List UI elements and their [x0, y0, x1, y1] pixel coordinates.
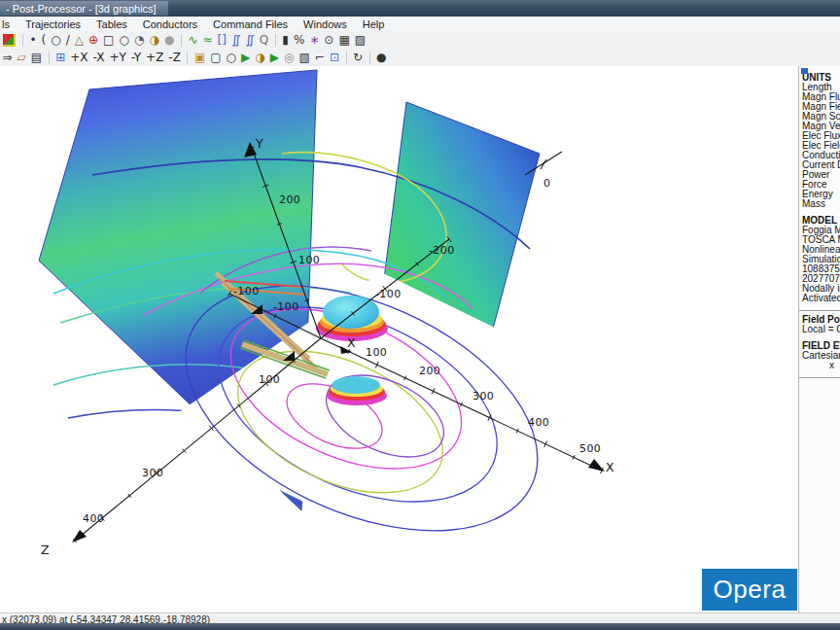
toolbar-separator [369, 52, 370, 64]
opera-logo: Opera [702, 569, 797, 611]
tick-label: 200 [419, 365, 440, 377]
side-panel: UNITS LengthMagn Flux DMagn FieldMagn Sc… [798, 66, 840, 612]
tick-label: 400 [83, 512, 104, 525]
window-title: - Post-Processor - [3d graphics] [0, 1, 168, 16]
cube-wire-icon[interactable]: ▢ [208, 50, 224, 65]
viewport-3d[interactable]: Y 200 100 -100 -100 X 100 200 300 400 50… [0, 66, 797, 612]
tick-label: 200 [279, 193, 300, 206]
toolbar-separator [346, 52, 347, 64]
patch-icon[interactable]: △ [72, 32, 86, 48]
trajectory-icon[interactable]: ∿ [186, 32, 200, 48]
toolbar-separator [22, 34, 23, 47]
tick-label: 400 [528, 416, 549, 429]
menu-item[interactable]: Help [355, 18, 393, 30]
sphere-gray-icon[interactable]: ● [161, 32, 176, 48]
star-icon[interactable]: ∗ [307, 32, 322, 48]
histogram-icon[interactable]: ▮ [280, 32, 292, 48]
arc-icon[interactable]: ( [39, 32, 49, 48]
square-icon[interactable]: □ [101, 32, 117, 48]
panel-divider [799, 377, 840, 378]
tick-label: 500 [579, 442, 601, 455]
surface-integral-icon[interactable]: ∬ [228, 32, 242, 48]
view-minus-y-button[interactable]: -Y [128, 50, 143, 65]
view-minus-x-button[interactable]: -X [90, 50, 107, 65]
view-plus-z-button[interactable]: +Z [144, 50, 166, 65]
panel-marker-icon [801, 68, 808, 74]
ellipse-icon[interactable]: ○ [117, 32, 131, 48]
tick-label: -100 [273, 300, 299, 313]
search-magnifier-icon[interactable]: Q [257, 32, 270, 48]
menu-item[interactable]: Command Files [205, 18, 296, 30]
contrast-icon[interactable]: ◑ [253, 50, 267, 65]
tick-label: -100 [233, 285, 260, 298]
graph-chart-icon[interactable]: ▨ [352, 32, 368, 48]
point-icon[interactable]: • [27, 32, 39, 48]
z-axis-arrow [72, 530, 87, 542]
menu-item[interactable]: ls [0, 18, 18, 30]
trajectory2-icon[interactable]: ≈ [200, 32, 215, 48]
tick-label: 100 [298, 254, 320, 266]
toolbar-row-1: •(○/△⊕□○◔◑● ∿≈[]∬∬Q ▮%∗⊙▦▨ [0, 31, 840, 50]
panel-divider [799, 310, 840, 311]
tick-label: 300 [472, 390, 494, 402]
tick-label: 300 [142, 467, 163, 479]
panel-line: Local = Glob [799, 325, 840, 334]
menu-item[interactable]: Trajectories [18, 18, 88, 30]
contrast-circle-icon[interactable]: ◑ [147, 32, 161, 48]
sphere-red-icon[interactable]: ⊕ [87, 32, 101, 48]
window-blue-icon[interactable]: ⊡ [327, 50, 341, 65]
view-plus-x-button[interactable]: +X [68, 50, 90, 65]
panel-line: Activated in [799, 294, 840, 303]
marker-dot-icon[interactable]: ● [374, 50, 389, 65]
tick-label: -200 [429, 244, 455, 257]
percent-icon[interactable]: % [291, 32, 306, 48]
redo-arrow-icon[interactable]: ⇒ [0, 50, 15, 65]
menu-item[interactable]: Conductors [135, 18, 205, 30]
rotate-icon[interactable]: ↻ [351, 50, 366, 65]
viewport-area: Y 200 100 -100 -100 X 100 200 300 400 50… [0, 66, 797, 612]
title-bar[interactable]: - Post-Processor - [3d graphics] [0, 0, 840, 17]
axis-label-y: Y [255, 136, 263, 151]
view-plus-y-button[interactable]: +Y [107, 50, 128, 65]
toolbar-row-2: ⇒▱▤ ⊞+X-X+Y-Y+Z-Z ▣▢○▶◑▶◎▧⌐⊡ ↻ ● [0, 49, 840, 67]
line-icon[interactable]: / [63, 32, 72, 48]
window-bottom-edge [0, 623, 840, 630]
panel-line: Mass [799, 199, 840, 209]
line-integral-icon[interactable]: ∬ [243, 32, 257, 48]
view-all-icon[interactable]: ⊞ [53, 50, 68, 65]
eraser-icon[interactable]: ▱ [15, 50, 28, 65]
tick-label: 100 [366, 346, 387, 359]
document-icon[interactable]: ▤ [28, 50, 44, 65]
axis-label-x-origin: X [347, 335, 356, 350]
status-bar: x (32073.09) at (-54.34347,28.41569,-18.… [0, 612, 840, 623]
display-colors-icon[interactable] [3, 34, 16, 47]
tick-label: 100 [259, 373, 280, 386]
x-axis-arrow [588, 459, 605, 472]
table-grid-icon[interactable]: ▦ [336, 32, 352, 48]
toolbar-separator [181, 34, 182, 47]
target-icon[interactable]: ◎ [282, 50, 297, 65]
menu-bar: lsTrajectoriesTablesConductorsCommand Fi… [0, 17, 840, 32]
cube-solid-icon[interactable]: ▣ [192, 50, 207, 65]
clock-icon[interactable]: ⊙ [322, 32, 336, 48]
toolbar-separator [187, 52, 188, 64]
circle-icon[interactable]: ○ [49, 32, 63, 48]
menu-item[interactable]: Windows [296, 18, 355, 30]
clock-quadrant-icon[interactable]: ◔ [131, 32, 146, 48]
axis-label-z: Z [41, 542, 50, 557]
corner-zoom-icon[interactable]: ⌐ [312, 50, 327, 65]
menu-item[interactable]: Tables [88, 18, 135, 30]
edit-select-icon[interactable]: ▧ [297, 50, 312, 65]
panel-x-label: x [799, 361, 840, 370]
ellipse-outline-icon[interactable]: ○ [224, 50, 238, 65]
play2-icon[interactable]: ▶ [267, 50, 281, 65]
tick-label: 0 [543, 177, 550, 190]
play-icon[interactable]: ▶ [239, 50, 253, 65]
toolbar-separator [275, 34, 276, 47]
fit-view-icon[interactable]: [] [215, 32, 228, 48]
tick-label: -100 [375, 288, 402, 300]
toolbar-separator [49, 52, 50, 64]
view-minus-z-button[interactable]: -Z [166, 50, 184, 65]
axis-label-x: X [606, 460, 614, 474]
